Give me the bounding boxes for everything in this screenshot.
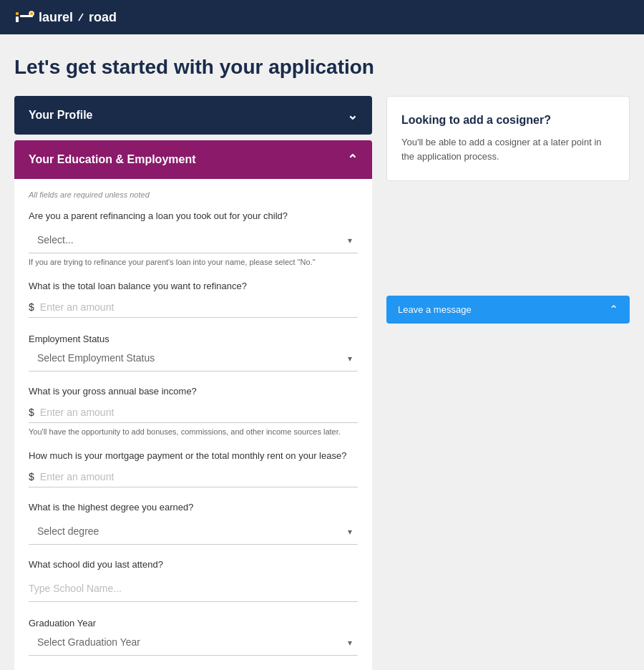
logo: laurel road	[14, 9, 117, 25]
profile-chevron-down-icon: ⌄	[347, 107, 358, 123]
loan-balance-input-wrapper: $	[29, 297, 358, 318]
parent-refinance-select[interactable]: Select... Yes No	[29, 227, 358, 253]
degree-select-wrapper: Select degree Associate's Bachelor's Mas…	[29, 518, 358, 545]
loan-balance-group: What is the total loan balance you want …	[29, 281, 358, 318]
loan-balance-label: What is the total loan balance you want …	[29, 281, 358, 291]
education-label: Your Education & Employment	[29, 153, 196, 166]
mortgage-currency: $	[29, 471, 40, 482]
svg-rect-1	[16, 16, 19, 22]
left-column: Your Profile ⌄ Your Education & Employme…	[14, 96, 372, 670]
logo-text-road: road	[89, 10, 117, 25]
leave-message-label: Leave a message	[398, 304, 472, 315]
leave-message-chevron-up-icon: ⌃	[609, 303, 618, 316]
profile-label: Your Profile	[29, 109, 93, 122]
education-header[interactable]: Your Education & Employment ⌃	[14, 140, 372, 179]
school-label: What school did you last attend?	[29, 559, 358, 570]
mortgage-label: How much is your mortgage payment or the…	[29, 450, 358, 461]
school-input[interactable]	[29, 576, 358, 602]
gross-income-label: What is your gross annual base income?	[29, 386, 358, 397]
loan-balance-currency: $	[29, 301, 40, 313]
mortgage-input[interactable]	[40, 471, 358, 482]
gross-income-input[interactable]	[40, 407, 358, 418]
education-chevron-up-icon: ⌃	[347, 152, 358, 168]
cosigner-text: You'll be able to add a cosigner at a la…	[401, 135, 615, 163]
degree-label: What is the highest degree you earned?	[29, 502, 358, 513]
parent-refinance-hint: If you are trying to refinance your pare…	[29, 258, 358, 266]
cosigner-title: Looking to add a cosigner?	[401, 114, 615, 127]
main-container: Let's get started with your application …	[0, 34, 644, 670]
mortgage-input-wrapper: $	[29, 467, 358, 487]
graduation-year-label: Graduation Year	[29, 618, 96, 628]
degree-select[interactable]: Select degree Associate's Bachelor's Mas…	[29, 518, 358, 545]
gross-income-currency: $	[29, 407, 40, 418]
parent-refinance-label: Are you a parent refinancing a loan you …	[29, 210, 358, 221]
gross-income-group: What is your gross annual base income? $…	[29, 386, 358, 436]
profile-section: Your Profile ⌄	[14, 96, 372, 135]
parent-refinance-group: Are you a parent refinancing a loan you …	[29, 210, 358, 266]
svg-point-3	[29, 11, 34, 16]
logo-icon	[14, 9, 36, 25]
parent-refinance-select-wrapper: Select... Yes No ▾	[29, 227, 358, 253]
loan-balance-input[interactable]	[40, 301, 358, 313]
education-body: All fields are required unless noted Are…	[14, 179, 372, 670]
logo-slash-icon	[76, 12, 86, 22]
gross-income-input-wrapper: $	[29, 402, 358, 423]
leave-message-button[interactable]: Leave a message ⌃	[386, 296, 630, 324]
degree-group: What is the highest degree you earned? S…	[29, 502, 358, 545]
graduation-year-group: Graduation Year Select Graduation Year 2…	[29, 616, 358, 656]
employment-status-select-wrapper: Select Employment Status Employed Self-E…	[29, 345, 358, 372]
school-group: What school did you last attend?	[29, 559, 358, 602]
cosigner-card: Looking to add a cosigner? You'll be abl…	[386, 96, 630, 181]
svg-line-4	[79, 14, 83, 21]
logo-text-laurel: laurel	[39, 10, 73, 25]
employment-status-select[interactable]: Select Employment Status Employed Self-E…	[29, 345, 358, 372]
employment-status-label: Employment Status	[29, 334, 109, 344]
gross-income-hint: You'll have the opportunity to add bonus…	[29, 427, 358, 436]
content-row: Your Profile ⌄ Your Education & Employme…	[14, 96, 630, 670]
mortgage-group: How much is your mortgage payment or the…	[29, 450, 358, 487]
right-sidebar: Looking to add a cosigner? You'll be abl…	[386, 96, 630, 324]
education-section: Your Education & Employment ⌃ All fields…	[14, 140, 372, 670]
profile-header[interactable]: Your Profile ⌄	[14, 96, 372, 135]
top-navigation: laurel road	[0, 0, 644, 34]
graduation-year-select-wrapper: Select Graduation Year 2024 2023 2022 20…	[29, 629, 358, 656]
svg-rect-0	[16, 12, 19, 15]
employment-status-group: Employment Status Select Employment Stat…	[29, 332, 358, 372]
fields-note: All fields are required unless noted	[29, 190, 358, 199]
graduation-year-select[interactable]: Select Graduation Year 2024 2023 2022 20…	[29, 629, 358, 656]
page-title: Let's get started with your application	[14, 56, 630, 79]
